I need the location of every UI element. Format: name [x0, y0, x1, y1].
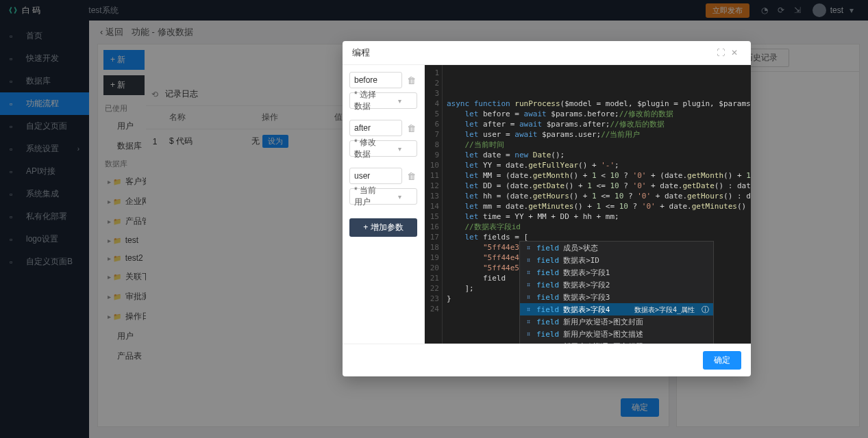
ac-kind: field: [536, 305, 559, 315]
code-line[interactable]: //数据表字段id: [447, 222, 751, 232]
field-icon: ⌗: [524, 318, 532, 326]
code-line[interactable]: let YY = date.getFullYear() + '-';: [447, 160, 751, 170]
close-icon[interactable]: ✕: [728, 48, 741, 57]
chevron-down-icon: ▾: [384, 97, 417, 105]
code-line[interactable]: //当前时间: [447, 140, 751, 150]
modal-ok-button[interactable]: 确定: [703, 351, 741, 370]
ac-kind: field: [536, 255, 559, 266]
param-select[interactable]: * 修改数据▾: [349, 140, 417, 157]
param-select-value: * 选择数据: [350, 89, 384, 112]
ac-kind: field: [536, 268, 559, 278]
param-select-value: * 当前用户: [350, 185, 384, 208]
ac-label: 成员>状态: [563, 243, 709, 253]
delete-icon[interactable]: 🗑: [405, 123, 417, 133]
code-line[interactable]: let hh = (date.getHours() + 1 <= 10 ? '0…: [447, 191, 751, 201]
param-select[interactable]: * 选择数据▾: [349, 92, 417, 109]
add-param-button[interactable]: + 增加参数: [349, 218, 417, 237]
autocomplete-item[interactable]: ⌗field新用户欢迎语>图文标题: [520, 340, 713, 344]
ac-label: 数据表>字段3: [563, 292, 709, 302]
ac-kind: field: [536, 342, 559, 344]
ac-label: 新用户欢迎语>图文封面: [563, 317, 709, 327]
ac-kind: field: [536, 292, 559, 302]
autocomplete-item[interactable]: ⌗field数据表>ID: [520, 254, 713, 266]
ac-label: 数据表>字段2: [563, 280, 709, 290]
autocomplete-item[interactable]: ⌗field数据表>字段4数据表>字段4_属性ⓘ: [520, 303, 713, 315]
code-line[interactable]: let DD = (date.getDate() + 1 <= 10 ? '0'…: [447, 181, 751, 191]
field-icon: ⌗: [524, 244, 532, 252]
ac-hint: 数据表>字段4_属性: [634, 305, 695, 315]
field-icon: ⌗: [524, 256, 532, 264]
ac-kind: field: [536, 243, 559, 253]
param-select[interactable]: * 当前用户▾: [349, 188, 417, 205]
ac-kind: field: [536, 317, 559, 327]
autocomplete-item[interactable]: ⌗field数据表>字段1: [520, 266, 713, 279]
autocomplete-item[interactable]: ⌗field成员>状态: [520, 242, 713, 254]
code-line[interactable]: async function runProcess($model = model…: [447, 99, 751, 109]
code-line[interactable]: let user = await $params.user;//当前用户: [447, 129, 751, 140]
param-select-value: * 修改数据: [350, 137, 384, 160]
ac-label: 数据表>字段1: [563, 268, 709, 278]
ac-label: 数据表>字段4: [563, 305, 630, 315]
code-line[interactable]: let time = YY + MM + DD + hh + mm;: [447, 211, 751, 222]
autocomplete-popup: ⌗field成员>状态⌗field数据表>ID⌗field数据表>字段1⌗fie…: [519, 241, 714, 344]
field-icon: ⌗: [524, 305, 532, 313]
modal-params: 🗑* 选择数据▾🗑* 修改数据▾🗑* 当前用户▾+ 增加参数: [343, 65, 425, 344]
chevron-down-icon: ▾: [384, 193, 417, 201]
delete-icon[interactable]: 🗑: [405, 75, 417, 86]
param-name-input[interactable]: [349, 72, 402, 88]
info-icon[interactable]: ⓘ: [702, 305, 709, 315]
chevron-down-icon: ▾: [384, 145, 417, 153]
field-icon: ⌗: [524, 330, 532, 338]
autocomplete-item[interactable]: ⌗field数据表>字段2: [520, 279, 713, 291]
delete-icon[interactable]: 🗑: [405, 171, 417, 181]
ac-label: 新用户欢迎语>图文标题: [563, 342, 709, 344]
code-line[interactable]: let mm = date.getMinutes() + 1 <= 10 ? '…: [447, 201, 751, 211]
code-line[interactable]: let after = await $params.after;//修改后的数据: [447, 119, 751, 129]
field-icon: ⌗: [524, 293, 532, 301]
ac-label: 数据表>ID: [563, 255, 709, 266]
code-modal: 编程 ⛶ ✕ 🗑* 选择数据▾🗑* 修改数据▾🗑* 当前用户▾+ 增加参数 12…: [343, 41, 751, 376]
field-icon: ⌗: [524, 342, 532, 344]
modal-title: 编程: [352, 47, 370, 59]
code-editor[interactable]: 123456789101112131415161718192021222324 …: [425, 65, 751, 344]
autocomplete-item[interactable]: ⌗field数据表>字段3: [520, 291, 713, 303]
expand-icon[interactable]: ⛶: [714, 48, 728, 57]
autocomplete-item[interactable]: ⌗field新用户欢迎语>图文封面: [520, 315, 713, 328]
code-line[interactable]: let date = new Date();: [447, 150, 751, 160]
param-name-input[interactable]: [349, 120, 402, 136]
param-name-input[interactable]: [349, 168, 402, 184]
ac-label: 新用户欢迎语>图文描述: [563, 329, 709, 339]
code-line[interactable]: let before = await $params.before;//修改前的…: [447, 109, 751, 119]
ac-kind: field: [536, 280, 559, 290]
ac-kind: field: [536, 329, 559, 339]
field-icon: ⌗: [524, 281, 532, 289]
field-icon: ⌗: [524, 268, 532, 276]
code-line[interactable]: let MM = (date.getMonth() + 1 < 10 ? '0'…: [447, 170, 751, 181]
autocomplete-item[interactable]: ⌗field新用户欢迎语>图文描述: [520, 328, 713, 340]
